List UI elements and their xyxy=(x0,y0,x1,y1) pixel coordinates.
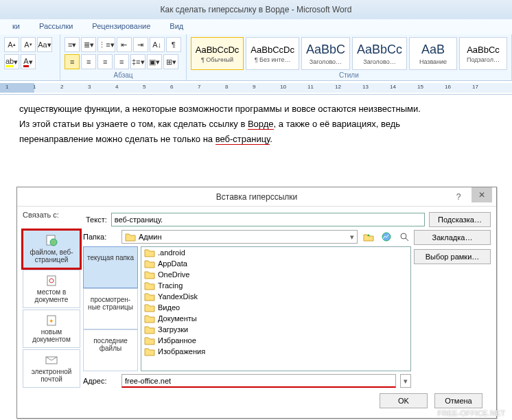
folder-select[interactable]: Админ ▾ xyxy=(121,230,358,244)
address-input[interactable] xyxy=(121,374,396,388)
ruler-tick: 1 xyxy=(33,84,36,90)
style-2[interactable]: AaBbCЗаголово… xyxy=(301,37,350,70)
ruler-tick: 16 xyxy=(445,84,451,90)
close-button[interactable]: ✕ xyxy=(472,187,492,202)
sort-button[interactable]: A↓ xyxy=(150,37,165,52)
ok-button[interactable]: OK xyxy=(380,393,428,408)
show-marks-button[interactable]: ¶ xyxy=(166,37,181,52)
folder-icon xyxy=(144,303,155,312)
indent-inc-button[interactable]: ⇥ xyxy=(133,37,148,52)
ruler-tick: 1 xyxy=(5,84,8,90)
search-icon[interactable] xyxy=(397,230,411,244)
link-to-label: Связать с: xyxy=(23,209,80,230)
indent-dec-button[interactable]: ⇤ xyxy=(117,37,132,52)
justify-button[interactable]: ≡ xyxy=(114,54,129,69)
file-item[interactable]: Видео xyxy=(141,302,410,313)
paragraph-group: ≡▾ ≣▾ ⋮≡▾ ⇤ ⇥ A↓ ¶ ≡ ≡ ≡ ≡ ‡≡▾ ▣▾ ⊞▾ xyxy=(60,34,186,80)
bullets-button[interactable]: ≡▾ xyxy=(65,37,80,52)
ruler-tick: 14 xyxy=(390,84,396,90)
svg-point-1 xyxy=(50,239,57,246)
group-label xyxy=(4,70,56,79)
new-doc-icon: ✦ xyxy=(45,314,58,327)
tab-mailings[interactable]: Рассылки xyxy=(30,19,82,34)
ruler-tick: 8 xyxy=(225,84,228,90)
file-item[interactable]: .android xyxy=(141,247,410,258)
styles-label: Стили xyxy=(191,70,507,79)
text-label: Текст: xyxy=(86,215,107,224)
doc-target-icon xyxy=(45,275,58,287)
file-item[interactable]: Избранное xyxy=(141,335,410,346)
tab-view[interactable]: Вид xyxy=(160,19,193,34)
style-1[interactable]: AaBbCcDc¶ Без инте… xyxy=(246,37,299,70)
file-item[interactable]: OneDrive xyxy=(141,269,410,280)
current-folder-tab[interactable]: текущая папка xyxy=(83,246,138,288)
ruler-tick: 2 xyxy=(60,84,63,90)
tab-review[interactable]: Рецензирование xyxy=(82,19,160,34)
recent-files-tab[interactable]: последние файлы xyxy=(83,329,138,371)
dialog-title-bar[interactable]: Вставка гиперссылки ? ✕ xyxy=(17,187,496,207)
ruler-tick: 7 xyxy=(198,84,200,90)
bookmark-button[interactable]: Закладка… xyxy=(414,230,491,245)
file-item[interactable]: Tracing xyxy=(141,280,410,291)
align-right-button[interactable]: ≡ xyxy=(97,54,113,69)
style-5[interactable]: AaBbCcПодзагол… xyxy=(459,37,507,70)
ruler-tick: 15 xyxy=(417,84,423,90)
ruler-tick: 4 xyxy=(115,84,118,90)
chevron-down-icon: ▾ xyxy=(350,233,354,242)
font-color-button[interactable]: A▾ xyxy=(21,54,36,69)
align-center-button[interactable]: ≡ xyxy=(81,54,96,69)
folder-icon xyxy=(144,336,155,345)
svg-point-8 xyxy=(401,233,406,239)
borders-button[interactable]: ⊞▾ xyxy=(163,54,178,69)
ruler-tick: 3 xyxy=(88,84,91,90)
file-item[interactable]: Загрузки xyxy=(141,324,410,335)
svg-point-7 xyxy=(382,233,391,241)
file-item[interactable]: AppData xyxy=(141,258,410,269)
tooltip-button[interactable]: Подсказка… xyxy=(429,212,491,227)
up-folder-button[interactable] xyxy=(362,230,375,244)
change-case-button[interactable]: Aa▾ xyxy=(37,37,52,52)
display-text-input[interactable] xyxy=(111,213,425,226)
file-list[interactable]: .androidAppDataOneDriveTracingYandexDisk… xyxy=(141,246,411,371)
link-to-file-web[interactable]: файлом, веб-страницей xyxy=(23,230,80,268)
help-button[interactable]: ? xyxy=(448,189,469,205)
address-dropdown[interactable]: ▾ xyxy=(400,374,411,388)
ruler-tick: 12 xyxy=(335,84,341,90)
insert-hyperlink-dialog: Вставка гиперссылки ? ✕ Связать с: Текст… xyxy=(16,187,497,419)
tab-partial[interactable]: ки xyxy=(3,19,30,34)
watermark: FREE-OFFICE.NET xyxy=(438,409,505,417)
document-body[interactable]: существующие функции, а некоторые возмож… xyxy=(0,95,512,154)
link-to-email[interactable]: электронной почтой xyxy=(23,349,80,388)
svg-text:✦: ✦ xyxy=(49,318,54,325)
folder-icon xyxy=(144,281,155,290)
grow-font-button[interactable]: A▴ xyxy=(4,37,19,52)
ruler-tick: 11 xyxy=(307,84,314,90)
folder-label: Папка: xyxy=(83,233,117,241)
style-4[interactable]: AaBНазвание xyxy=(409,37,457,70)
ruler[interactable]: 11234567891011121314151617 xyxy=(0,81,512,95)
file-item[interactable]: YandexDisk xyxy=(141,291,410,302)
svg-rect-2 xyxy=(47,276,56,285)
link-to-place[interactable]: местом в документе xyxy=(23,270,80,308)
style-3[interactable]: AaBbCcЗаголово… xyxy=(352,37,407,70)
browse-web-button[interactable] xyxy=(380,230,393,244)
line-spacing-button[interactable]: ‡≡▾ xyxy=(130,54,146,69)
window-title: Как сделать гиперссылку в Ворде - Micros… xyxy=(0,0,512,19)
ruler-tick: 17 xyxy=(472,84,478,90)
shrink-font-button[interactable]: A▾ xyxy=(21,37,36,52)
align-left-button[interactable]: ≡ xyxy=(65,54,80,69)
cancel-button[interactable]: Отмена xyxy=(434,393,482,408)
target-frame-button[interactable]: Выбор рамки… xyxy=(414,249,491,264)
svg-line-9 xyxy=(406,238,408,241)
style-0[interactable]: AaBbCcDc¶ Обычный xyxy=(191,37,244,70)
highlight-button[interactable]: ab▾ xyxy=(4,54,19,69)
numbering-button[interactable]: ≣▾ xyxy=(81,37,96,52)
multilevel-button[interactable]: ⋮≡▾ xyxy=(97,37,115,52)
shading-button[interactable]: ▣▾ xyxy=(147,54,162,69)
link-to-new-doc[interactable]: ✦ новым документом xyxy=(23,310,80,348)
file-item[interactable]: Документы xyxy=(141,313,410,324)
ruler-tick: 6 xyxy=(170,84,173,90)
file-item[interactable]: Изображения xyxy=(141,346,410,357)
browsed-pages-tab[interactable]: просмотрен-ные страницы xyxy=(83,288,138,330)
folder-icon xyxy=(144,259,155,268)
